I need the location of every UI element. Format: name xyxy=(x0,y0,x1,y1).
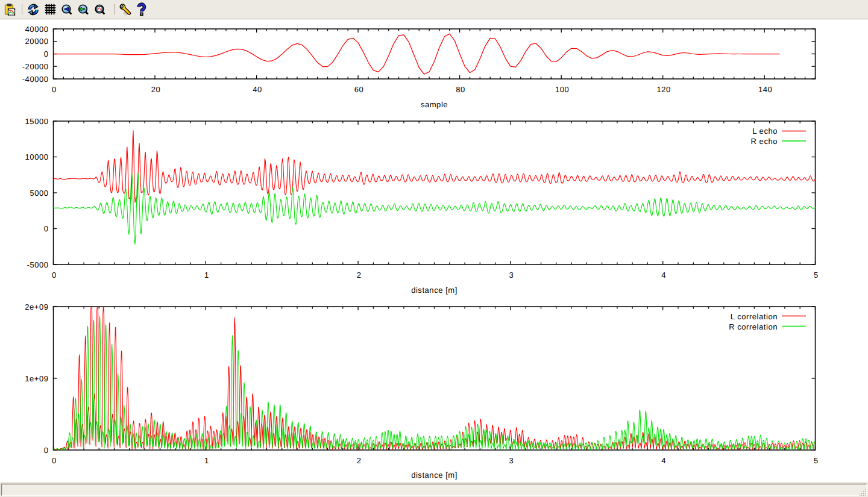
svg-text:-5000: -5000 xyxy=(27,260,49,269)
svg-text:5: 5 xyxy=(814,456,819,465)
svg-text:5000: 5000 xyxy=(30,189,48,198)
svg-text:0: 0 xyxy=(44,446,49,455)
svg-text:1: 1 xyxy=(204,270,209,280)
svg-text:distance [m]: distance [m] xyxy=(411,470,458,480)
svg-text:distance [m]: distance [m] xyxy=(411,286,458,295)
svg-text:40000: 40000 xyxy=(25,25,49,34)
svg-text:L correlation: L correlation xyxy=(731,312,778,321)
svg-text:100: 100 xyxy=(555,85,569,94)
svg-text:40: 40 xyxy=(253,85,262,94)
svg-text:L echo: L echo xyxy=(752,127,778,136)
svg-text:sample: sample xyxy=(421,100,448,109)
svg-text:10000: 10000 xyxy=(25,152,49,161)
svg-text:120: 120 xyxy=(657,85,671,94)
svg-text:20: 20 xyxy=(151,85,161,94)
svg-text:0: 0 xyxy=(52,85,57,94)
svg-text:2: 2 xyxy=(357,456,362,465)
svg-text:R echo: R echo xyxy=(751,137,778,146)
svg-text:-20000: -20000 xyxy=(22,62,49,71)
svg-text:4: 4 xyxy=(661,456,666,465)
svg-text:140: 140 xyxy=(758,85,772,94)
svg-text:0: 0 xyxy=(52,456,57,465)
svg-text:2e+09: 2e+09 xyxy=(25,302,48,311)
svg-text:60: 60 xyxy=(354,85,364,94)
svg-text:3: 3 xyxy=(509,456,514,465)
svg-text:4: 4 xyxy=(661,270,666,280)
svg-text:3: 3 xyxy=(509,270,514,280)
svg-text:R correlation: R correlation xyxy=(729,322,778,331)
svg-text:1: 1 xyxy=(204,456,209,465)
svg-text:5: 5 xyxy=(814,270,819,280)
svg-text:15000: 15000 xyxy=(25,117,49,126)
svg-text:0: 0 xyxy=(44,49,49,58)
svg-text:2: 2 xyxy=(357,270,362,280)
svg-text:-40000: -40000 xyxy=(22,75,49,84)
svg-text:0: 0 xyxy=(44,224,49,233)
svg-text:1e+09: 1e+09 xyxy=(25,374,48,383)
svg-text:20000: 20000 xyxy=(25,37,49,46)
svg-text:0: 0 xyxy=(52,270,57,280)
svg-text:80: 80 xyxy=(456,85,465,94)
